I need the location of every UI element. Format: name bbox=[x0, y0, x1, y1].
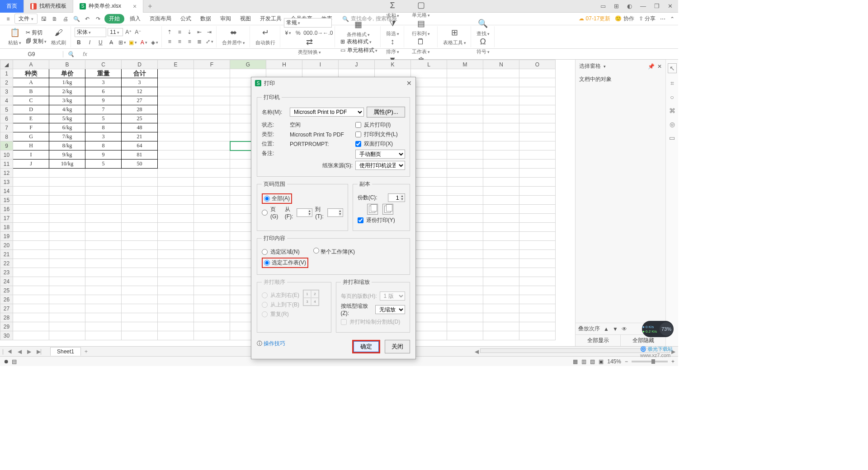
cell-O8[interactable] bbox=[519, 132, 556, 141]
cell-N21[interactable] bbox=[483, 250, 519, 259]
cell-D14[interactable] bbox=[122, 187, 158, 196]
cell-A7[interactable]: F bbox=[13, 123, 49, 132]
cell-L28[interactable] bbox=[411, 313, 447, 322]
sum-icon[interactable]: Σ bbox=[390, 1, 395, 10]
row-header-28[interactable]: 28 bbox=[0, 313, 13, 322]
cell-N29[interactable] bbox=[483, 322, 519, 331]
cell-O7[interactable] bbox=[519, 123, 556, 132]
properties-button[interactable]: 属性(P)... bbox=[367, 107, 405, 118]
cell-C13[interactable] bbox=[85, 178, 122, 187]
cell-C12[interactable] bbox=[85, 169, 122, 178]
cell-N22[interactable] bbox=[483, 259, 519, 268]
cell-O15[interactable] bbox=[519, 196, 556, 205]
record-icon[interactable]: ⏺ bbox=[4, 358, 9, 365]
cell-A18[interactable] bbox=[13, 223, 49, 232]
sidetool-icon-5[interactable]: ▭ bbox=[669, 134, 675, 141]
cell-C29[interactable] bbox=[85, 322, 122, 331]
row-header-3[interactable]: 3 bbox=[0, 87, 13, 96]
cell-A3[interactable]: B bbox=[13, 87, 49, 96]
cell-E24[interactable] bbox=[158, 277, 194, 286]
cell-N4[interactable] bbox=[483, 96, 519, 105]
cell-E6[interactable] bbox=[158, 114, 194, 123]
cell-F27[interactable] bbox=[194, 304, 230, 313]
cell-M27[interactable] bbox=[447, 304, 483, 313]
cell-A9[interactable]: H bbox=[13, 141, 49, 150]
view-normal-icon[interactable]: ▦ bbox=[573, 358, 578, 365]
tablefmt-button[interactable]: ⊞ 表格样式 bbox=[340, 38, 377, 46]
cell-D2[interactable]: 3 bbox=[122, 78, 158, 87]
col-header-L[interactable]: L bbox=[411, 60, 447, 69]
cell-M15[interactable] bbox=[447, 196, 483, 205]
cell-E11[interactable] bbox=[158, 160, 194, 169]
cell-B2[interactable]: 1/kg bbox=[49, 78, 85, 87]
cell-E19[interactable] bbox=[158, 232, 194, 241]
print-preview-icon[interactable]: 🔍 bbox=[72, 14, 81, 24]
cell-A15[interactable] bbox=[13, 196, 49, 205]
cell-M1[interactable] bbox=[447, 69, 483, 78]
cell-D20[interactable] bbox=[122, 241, 158, 250]
tab-workbook[interactable]: S 种类单价.xlsx × bbox=[73, 0, 143, 13]
cell-A27[interactable] bbox=[13, 304, 49, 313]
maximize-icon[interactable]: ❐ bbox=[652, 2, 661, 10]
cell-O17[interactable] bbox=[519, 214, 556, 223]
cell-D17[interactable] bbox=[122, 214, 158, 223]
cell-C6[interactable]: 5 bbox=[85, 114, 122, 123]
cell-M11[interactable] bbox=[447, 160, 483, 169]
collate-check[interactable] bbox=[358, 217, 363, 223]
align-top-icon[interactable]: ⇡ bbox=[165, 28, 174, 36]
cell-M14[interactable] bbox=[447, 187, 483, 196]
increase-font-icon[interactable]: A⁺ bbox=[124, 28, 132, 36]
sidetool-icon-1[interactable]: ⌗ bbox=[670, 80, 674, 87]
cell-B5[interactable]: 4/kg bbox=[49, 105, 85, 114]
cell-O20[interactable] bbox=[519, 241, 556, 250]
cell-L11[interactable] bbox=[411, 160, 447, 169]
cell-E21[interactable] bbox=[158, 250, 194, 259]
justify-icon[interactable]: ≣ bbox=[195, 38, 203, 46]
cell-A5[interactable]: D bbox=[13, 105, 49, 114]
tab-templates[interactable]: ▌ 找稻壳模板 bbox=[24, 0, 73, 13]
cellfmt-button[interactable]: ▭ 单元格样式 bbox=[340, 47, 377, 54]
cell-L22[interactable] bbox=[411, 259, 447, 268]
cell-L13[interactable] bbox=[411, 178, 447, 187]
cell-B12[interactable] bbox=[49, 169, 85, 178]
zoom-in-icon[interactable]: + bbox=[671, 358, 675, 365]
cell-D7[interactable]: 48 bbox=[122, 123, 158, 132]
grid-icon[interactable]: ⊞ bbox=[612, 2, 621, 10]
filter-label[interactable]: 筛选 bbox=[386, 30, 399, 37]
cell-O29[interactable] bbox=[519, 322, 556, 331]
row-header-29[interactable]: 29 bbox=[0, 322, 13, 331]
cell-B19[interactable] bbox=[49, 232, 85, 241]
cell-L20[interactable] bbox=[411, 241, 447, 250]
cell-B6[interactable]: 5/kg bbox=[49, 114, 85, 123]
col-header-B[interactable]: B bbox=[49, 60, 85, 69]
cell-D3[interactable]: 12 bbox=[122, 87, 158, 96]
col-header-F[interactable]: F bbox=[194, 60, 230, 69]
find-icon[interactable]: 🔍 bbox=[478, 19, 488, 28]
filter-icon[interactable]: ⧩ bbox=[389, 19, 396, 28]
select-tool-icon[interactable]: ↖ bbox=[668, 63, 677, 73]
cell-M19[interactable] bbox=[447, 232, 483, 241]
comma-icon[interactable]: 000 bbox=[304, 29, 312, 37]
cell-A10[interactable]: I bbox=[13, 150, 49, 160]
col-header-M[interactable]: M bbox=[447, 60, 483, 69]
cell-E27[interactable] bbox=[158, 304, 194, 313]
cell-C24[interactable] bbox=[85, 277, 122, 286]
cell-A28[interactable] bbox=[13, 313, 49, 322]
cell-F15[interactable] bbox=[194, 196, 230, 205]
cell-F2[interactable] bbox=[194, 78, 230, 87]
cell-F26[interactable] bbox=[194, 295, 230, 304]
cell-E29[interactable] bbox=[158, 322, 194, 331]
cell-E16[interactable] bbox=[158, 205, 194, 214]
cell-D10[interactable]: 81 bbox=[122, 150, 158, 160]
indent-inc-icon[interactable]: ⇥ bbox=[205, 28, 213, 36]
bring-forward-icon[interactable]: ▲ bbox=[604, 326, 609, 332]
typeconv-label[interactable]: 类型转换 bbox=[298, 49, 321, 56]
sheet-nav-next[interactable]: ▶ bbox=[24, 348, 34, 355]
cell-M25[interactable] bbox=[447, 286, 483, 295]
menu-view[interactable]: 视图 bbox=[236, 14, 255, 24]
cell-O5[interactable] bbox=[519, 105, 556, 114]
row-header-13[interactable]: 13 bbox=[0, 178, 13, 187]
cell-M26[interactable] bbox=[447, 295, 483, 304]
scale-select[interactable]: 无缩放 bbox=[375, 305, 405, 314]
align-right-icon[interactable]: ≡ bbox=[185, 38, 193, 46]
